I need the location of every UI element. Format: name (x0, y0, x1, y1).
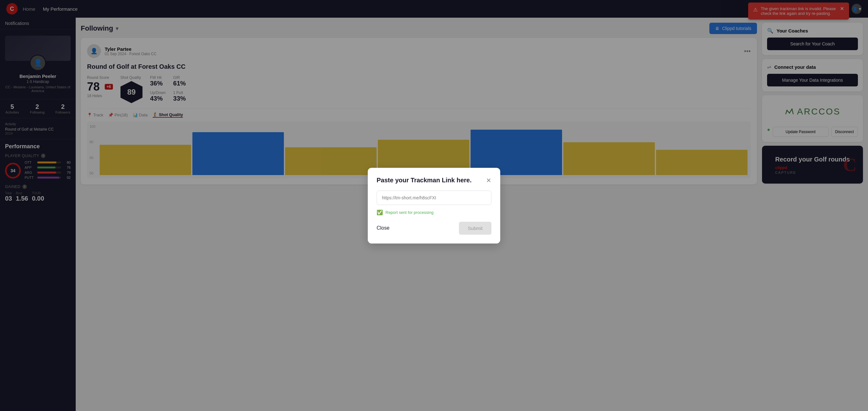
success-message: ✅ Report sent for processing (377, 210, 491, 215)
success-text: Report sent for processing (385, 210, 433, 215)
modal-overlay[interactable]: Paste your Trackman Link here. ✕ ✅ Repor… (0, 0, 868, 411)
modal-title: Paste your Trackman Link here. (377, 177, 471, 184)
trackman-link-input[interactable] (377, 191, 491, 205)
modal-close-button[interactable]: Close (377, 225, 390, 231)
trackman-modal: Paste your Trackman Link here. ✕ ✅ Repor… (368, 168, 500, 244)
success-check-icon: ✅ (377, 210, 383, 215)
modal-submit-button[interactable]: Submit (459, 222, 491, 235)
modal-close-x-button[interactable]: ✕ (486, 177, 491, 184)
modal-actions: Close Submit (377, 222, 491, 235)
modal-header: Paste your Trackman Link here. ✕ (377, 177, 491, 184)
